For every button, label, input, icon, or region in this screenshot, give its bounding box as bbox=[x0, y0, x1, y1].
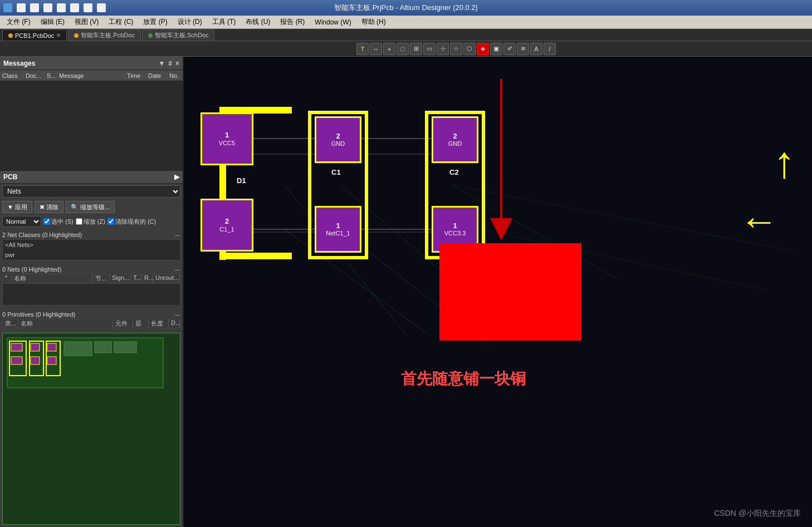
red-arrow-svg bbox=[490, 73, 512, 246]
c2-pad2[interactable]: 2 GND bbox=[432, 116, 478, 163]
apply-button[interactable]: ▼ 应用 bbox=[2, 201, 32, 213]
toolbar-btn-cross[interactable]: + bbox=[383, 43, 395, 55]
tab-label-main: 智能车主板.PcbDoc bbox=[81, 31, 135, 40]
select-checkbox[interactable] bbox=[43, 218, 50, 225]
pcb-expand-icon[interactable]: ▶ bbox=[174, 173, 179, 181]
zoom-label: 缩放等级... bbox=[80, 203, 110, 211]
net-classes-collapse[interactable]: — bbox=[175, 232, 180, 238]
msg-col-time: Time bbox=[125, 72, 146, 79]
toolbar-btn-select[interactable]: ▣ bbox=[490, 43, 502, 55]
toolbar-btn-grid[interactable]: ⊞ bbox=[410, 43, 422, 55]
redo-icon[interactable]: ↪ bbox=[97, 3, 106, 12]
canvas-area[interactable]: 1 VCC5 D1 2 C1_1 2 GND bbox=[184, 57, 812, 527]
toolbar-btn-hex[interactable]: ⬡ bbox=[463, 43, 476, 55]
clear-button[interactable]: ✖ 清除 bbox=[35, 201, 63, 213]
svg-rect-3 bbox=[31, 343, 40, 351]
clear-label: 清除 bbox=[46, 203, 58, 211]
toolbar-btn-star[interactable]: ☆ bbox=[450, 43, 462, 55]
toolbar-btn-route[interactable]: ↔ bbox=[370, 43, 382, 55]
d1-pad2-num: 2 bbox=[225, 218, 229, 225]
c1-border-top bbox=[308, 111, 368, 114]
tab-schematic[interactable]: 智能车主板.SchDoc bbox=[142, 29, 215, 41]
titlebar: ↩ ↪ 智能车主板.PrjPcb - Altium Designer (20.0… bbox=[0, 0, 812, 16]
c1-pad2-net: GND bbox=[331, 140, 345, 147]
clear-existing-label: 清除现有的 (C) bbox=[107, 218, 156, 226]
net-classes-section: 2 Net Classes (0 Highlighted) — <All Net… bbox=[0, 228, 183, 263]
c2-border-right bbox=[482, 111, 485, 258]
primitives-label: 0 Primitives (0 Highlighted) bbox=[2, 311, 75, 318]
copper-pour-rect[interactable] bbox=[439, 243, 581, 341]
toolbar-btn-pad[interactable]: ▭ bbox=[423, 43, 436, 55]
tab-close-pcb1[interactable]: ✕ bbox=[56, 32, 61, 38]
msg-col-date: Date bbox=[146, 72, 167, 79]
app-icon-3 bbox=[30, 3, 39, 12]
menu-tools[interactable]: 工具 (T) bbox=[208, 16, 241, 28]
prim-col-layer: 层 bbox=[133, 319, 149, 328]
menu-edit[interactable]: 编辑 (E) bbox=[36, 16, 69, 28]
d1-pad1-inner: 1 VCC5 bbox=[202, 114, 252, 164]
titlebar-text: 智能车主板.PrjPcb - Altium Designer (20.0.2) bbox=[334, 3, 478, 13]
tab-pcb1[interactable]: PCB1.PcbDoc ✕ bbox=[2, 29, 67, 41]
toolbar-btn-fill[interactable]: ◈ bbox=[477, 43, 489, 55]
toolbar: T ↔ + □ ⊞ ▭ ⊹ ☆ ⬡ ◈ ▣ ✐ ≋ A / bbox=[0, 41, 812, 57]
tabbar: PCB1.PcbDoc ✕ 智能车主板.PcbDoc 智能车主板.SchDoc bbox=[0, 29, 812, 41]
toolbar-btn-line[interactable]: / bbox=[544, 43, 556, 55]
zoom-checkbox[interactable] bbox=[76, 218, 82, 225]
d1-pad2[interactable]: 2 C1_1 bbox=[200, 199, 253, 252]
toolbar-btn-text[interactable]: T bbox=[356, 43, 369, 55]
pcb-nets-dropdown[interactable]: Nets Components Layers bbox=[2, 185, 180, 198]
menu-place[interactable]: 放置 (P) bbox=[139, 16, 172, 28]
messages-pin-btn[interactable]: ▼ bbox=[158, 60, 165, 67]
prim-col-class: 类... bbox=[3, 319, 18, 328]
menu-route[interactable]: 布线 (U) bbox=[241, 16, 275, 28]
nets-collapse[interactable]: — bbox=[175, 267, 180, 273]
menu-window[interactable]: Window (W) bbox=[310, 17, 355, 27]
menu-file[interactable]: 文件 (F) bbox=[2, 16, 35, 28]
menu-project[interactable]: 工程 (C) bbox=[104, 16, 138, 28]
c2-pad2-num: 2 bbox=[453, 132, 457, 140]
toolbar-btn-wave[interactable]: ≋ bbox=[517, 43, 529, 55]
nets-section: 0 Nets (0 Highlighted) — * 名称 节... Sign.… bbox=[0, 263, 183, 308]
yellow-arrow-right: ↑ bbox=[773, 140, 795, 185]
prim-col-d: D... bbox=[169, 319, 180, 328]
undo-icon[interactable]: ↩ bbox=[84, 3, 92, 12]
tab-main-pcb[interactable]: 智能车主板.PcbDoc bbox=[68, 29, 141, 41]
net-all-nets[interactable]: <All Nets> bbox=[3, 240, 180, 250]
minimap[interactable] bbox=[2, 333, 180, 525]
c1-border-right bbox=[365, 111, 368, 258]
view-mode-select[interactable]: Normal Mask Dim bbox=[2, 216, 41, 227]
d1-pad1[interactable]: 1 VCC5 bbox=[200, 112, 253, 165]
svg-rect-1 bbox=[11, 343, 22, 351]
toolbar-btn-text2[interactable]: A bbox=[530, 43, 542, 55]
prim-col-len: 长度 bbox=[149, 319, 169, 328]
zoom-level-button[interactable]: 🔍 缩放等级... bbox=[66, 201, 115, 213]
clear-icon: ✖ bbox=[40, 204, 45, 211]
clear-existing-checkbox[interactable] bbox=[107, 218, 114, 225]
menu-report[interactable]: 报告 (R) bbox=[276, 16, 309, 28]
svg-rect-6 bbox=[47, 357, 56, 365]
net-pwr[interactable]: pwr bbox=[3, 250, 180, 260]
svg-rect-5 bbox=[47, 343, 56, 351]
primitives-collapse[interactable]: — bbox=[175, 312, 180, 318]
pcb-panel-header: PCB ▶ bbox=[0, 170, 183, 184]
nets-col-node: 节... bbox=[93, 274, 110, 283]
menu-help[interactable]: 帮助 (H) bbox=[357, 16, 390, 28]
toolbar-btn-pen[interactable]: ✐ bbox=[503, 43, 516, 55]
c1-component-label: C1 bbox=[331, 168, 341, 176]
toolbar-btn-via[interactable]: ⊹ bbox=[437, 43, 449, 55]
primitives-section: 0 Primitives (0 Highlighted) — 类... 名称 元… bbox=[0, 308, 183, 331]
menu-design[interactable]: 设计 (D) bbox=[173, 16, 207, 28]
c1-pad1-net: NetC1_1 bbox=[326, 230, 350, 237]
app-icon-1 bbox=[3, 3, 12, 12]
menu-view[interactable]: 视图 (V) bbox=[70, 16, 103, 28]
c2-pad1-net: VCC3.3 bbox=[444, 230, 466, 237]
pcb-filter-row: Normal Mask Dim 选中 (S) 缩放 (Z) 清除现有的 (C) bbox=[0, 215, 183, 228]
pcb-title: PCB bbox=[3, 173, 17, 181]
messages-close-btn[interactable]: × bbox=[175, 60, 179, 67]
messages-float-btn[interactable]: # bbox=[168, 60, 172, 67]
c1-pad2[interactable]: 2 GND bbox=[315, 116, 361, 163]
c1-pad1[interactable]: 1 NetC1_1 bbox=[315, 206, 361, 253]
toolbar-btn-rect[interactable]: □ bbox=[397, 43, 409, 55]
app-icon-5 bbox=[57, 3, 66, 12]
d1-pad1-num: 1 bbox=[225, 131, 229, 139]
